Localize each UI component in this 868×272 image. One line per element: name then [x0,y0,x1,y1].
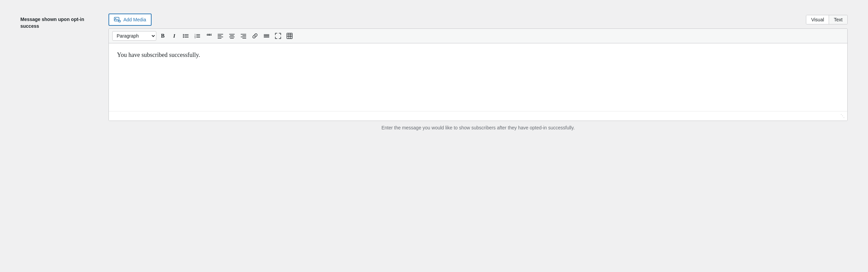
table-button[interactable] [284,31,295,41]
help-text: Enter the message you would like to show… [108,125,848,130]
bold-button[interactable]: B [158,31,168,41]
resize-handle[interactable]: ⋱ [841,113,845,119]
editor-wrapper: Paragraph Heading 1 Heading 2 Heading 3 … [108,28,848,121]
horizontal-rule-button[interactable] [261,31,272,41]
svg-point-5 [183,36,184,37]
editor-header: Add Media Visual Text [108,14,848,26]
add-media-label: Add Media [123,17,146,22]
blockquote-button[interactable]: ““ [204,31,214,41]
link-button[interactable] [250,31,260,41]
svg-point-3 [183,34,184,35]
text-tab[interactable]: Text [829,15,847,24]
svg-point-7 [183,37,184,38]
toolbar: Paragraph Heading 1 Heading 2 Heading 3 … [109,29,847,43]
align-left-button[interactable] [215,31,225,41]
numbered-list-button[interactable]: 1 2 3 [192,31,202,41]
field-label: Message shown upon opt-in success [20,14,95,29]
align-right-button[interactable] [238,31,249,41]
format-select[interactable]: Paragraph Heading 1 Heading 2 Heading 3 [112,31,156,41]
bullet-list-button[interactable] [181,31,191,41]
editor-footer: ⋱ [109,111,847,121]
fullscreen-button[interactable] [273,31,283,41]
view-tabs: Visual Text [806,15,848,24]
visual-tab[interactable]: Visual [806,15,829,24]
align-center-button[interactable] [227,31,237,41]
add-media-icon [114,16,121,23]
field-row: Message shown upon opt-in success Add Me… [20,14,848,130]
italic-button[interactable]: I [169,31,179,41]
svg-rect-30 [287,33,292,39]
add-media-button[interactable]: Add Media [108,14,152,26]
svg-rect-0 [114,17,119,21]
field-content: Add Media Visual Text Paragraph Heading … [108,14,848,130]
editor-body[interactable]: You have subscribed successfully. [109,43,847,111]
svg-text:3: 3 [195,37,196,39]
